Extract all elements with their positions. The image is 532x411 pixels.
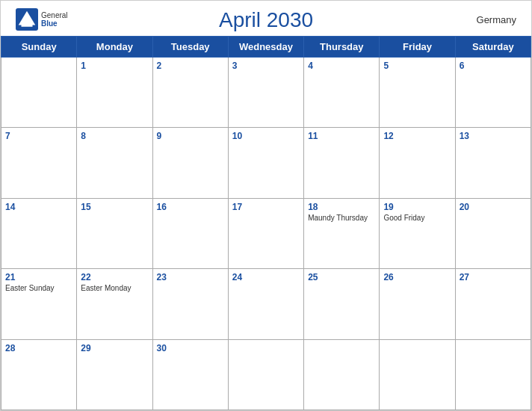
- day-number-27: 27: [460, 272, 527, 282]
- day-cell-w1-d0: 7: [1, 128, 77, 198]
- day-cell-w0-d3: 3: [228, 58, 303, 128]
- logo-general: General: [41, 11, 68, 19]
- day-cell-w4-d1: 29: [77, 339, 152, 410]
- day-cell-w1-d4: 11: [304, 128, 380, 198]
- day-cell-w4-d4: [304, 339, 380, 410]
- calendar-table: Sunday Monday Tuesday Wednesday Thursday…: [1, 36, 531, 410]
- day-cell-w3-d5: 26: [380, 269, 455, 339]
- weekday-header-row: Sunday Monday Tuesday Wednesday Thursday…: [1, 37, 531, 58]
- day-cell-w0-d4: 4: [304, 58, 380, 128]
- day-cell-w2-d1: 15: [77, 198, 152, 268]
- week-row-2: 1415161718Maundy Thursday19Good Friday20: [1, 198, 531, 268]
- day-cell-w0-d2: 2: [152, 58, 228, 128]
- week-row-3: 21Easter Sunday22Easter Monday2324252627: [1, 269, 531, 339]
- day-number-19: 19: [383, 202, 451, 212]
- day-number-12: 12: [383, 131, 451, 141]
- day-cell-w4-d2: 30: [152, 339, 228, 410]
- day-number-21: 21: [5, 272, 72, 282]
- day-number-16: 16: [157, 202, 224, 212]
- logo: General Blue: [16, 8, 68, 31]
- calendar-container: General Blue April 2030 Germany Sunday M…: [0, 0, 532, 411]
- day-number-8: 8: [81, 131, 148, 141]
- day-number-6: 6: [460, 61, 527, 71]
- header-saturday: Saturday: [455, 37, 531, 58]
- day-event-21: Easter Sunday: [5, 284, 72, 292]
- day-number-5: 5: [383, 61, 451, 71]
- day-number-15: 15: [81, 202, 148, 212]
- day-number-25: 25: [308, 272, 375, 282]
- day-cell-w3-d3: 24: [228, 269, 303, 339]
- day-cell-w0-d6: 6: [455, 58, 531, 128]
- day-cell-w3-d6: 27: [455, 269, 531, 339]
- day-cell-w2-d0: 14: [1, 198, 77, 268]
- day-cell-w1-d6: 13: [455, 128, 531, 198]
- svg-rect-2: [22, 24, 33, 27]
- day-number-29: 29: [81, 343, 148, 353]
- day-cell-w3-d4: 25: [304, 269, 380, 339]
- day-cell-w1-d1: 8: [77, 128, 152, 198]
- day-number-7: 7: [5, 131, 72, 141]
- day-cell-w2-d3: 17: [228, 198, 303, 268]
- day-number-13: 13: [460, 131, 527, 141]
- day-cell-w0-d0: [1, 58, 77, 128]
- logo-blue: Blue: [41, 19, 68, 28]
- day-number-2: 2: [157, 61, 224, 71]
- day-number-28: 28: [5, 343, 72, 353]
- day-event-22: Easter Monday: [81, 284, 148, 292]
- week-row-0: 123456: [1, 58, 531, 128]
- day-number-24: 24: [232, 272, 300, 282]
- day-number-10: 10: [232, 131, 300, 141]
- week-row-4: 282930: [1, 339, 531, 410]
- header-sunday: Sunday: [1, 37, 77, 58]
- header-monday: Monday: [77, 37, 152, 58]
- day-cell-w2-d5: 19Good Friday: [380, 198, 455, 268]
- day-cell-w4-d0: 28: [1, 339, 77, 410]
- day-cell-w3-d2: 23: [152, 269, 228, 339]
- day-cell-w0-d1: 1: [77, 58, 152, 128]
- day-number-23: 23: [157, 272, 224, 282]
- day-number-9: 9: [157, 131, 224, 141]
- day-number-14: 14: [5, 202, 72, 212]
- header-friday: Friday: [380, 37, 455, 58]
- day-cell-w2-d4: 18Maundy Thursday: [304, 198, 380, 268]
- day-cell-w4-d6: [455, 339, 531, 410]
- calendar-body: 123456789101112131415161718Maundy Thursd…: [1, 58, 531, 410]
- day-event-19: Good Friday: [383, 214, 451, 222]
- day-cell-w4-d3: [228, 339, 303, 410]
- calendar-title: April 2030: [219, 8, 313, 32]
- day-cell-w1-d5: 12: [380, 128, 455, 198]
- day-number-11: 11: [308, 131, 375, 141]
- day-cell-w3-d0: 21Easter Sunday: [1, 269, 77, 339]
- day-cell-w2-d2: 16: [152, 198, 228, 268]
- day-number-30: 30: [157, 343, 224, 353]
- day-event-18: Maundy Thursday: [308, 214, 375, 222]
- day-cell-w1-d2: 9: [152, 128, 228, 198]
- country-label: Germany: [477, 14, 516, 25]
- day-cell-w1-d3: 10: [228, 128, 303, 198]
- logo-icon: [16, 8, 38, 31]
- day-number-1: 1: [81, 61, 148, 71]
- logo-text: General Blue: [41, 11, 68, 28]
- day-number-17: 17: [232, 202, 300, 212]
- day-number-22: 22: [81, 272, 148, 282]
- day-number-18: 18: [308, 202, 375, 212]
- day-number-3: 3: [232, 61, 300, 71]
- header-tuesday: Tuesday: [152, 37, 228, 58]
- header-wednesday: Wednesday: [228, 37, 303, 58]
- day-cell-w0-d5: 5: [380, 58, 455, 128]
- day-cell-w3-d1: 22Easter Monday: [77, 269, 152, 339]
- day-number-20: 20: [460, 202, 527, 212]
- day-cell-w4-d5: [380, 339, 455, 410]
- week-row-1: 78910111213: [1, 128, 531, 198]
- day-number-26: 26: [383, 272, 451, 282]
- header-thursday: Thursday: [304, 37, 380, 58]
- day-number-4: 4: [308, 61, 375, 71]
- calendar-header: General Blue April 2030 Germany: [1, 1, 531, 36]
- day-cell-w2-d6: 20: [455, 198, 531, 268]
